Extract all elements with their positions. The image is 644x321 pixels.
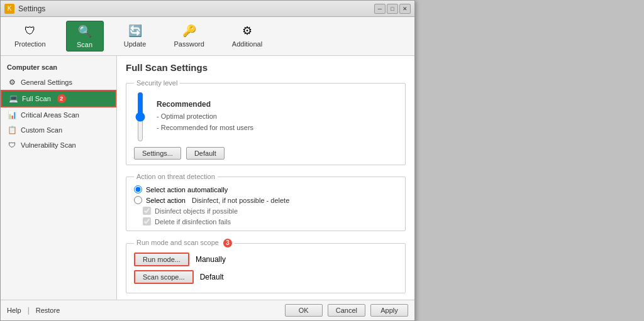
toolbar-additional-label: Additional (232, 40, 262, 48)
ok-button[interactable]: OK (285, 304, 323, 317)
additional-icon: ⚙ (238, 23, 256, 38)
toolbar-scan[interactable]: 🔍 Scan (66, 21, 104, 52)
action-auto-radio[interactable] (134, 185, 142, 193)
sidebar-item-custom[interactable]: 📋 Custom Scan (1, 122, 116, 138)
update-icon: 🔄 (126, 23, 144, 38)
disinfect-checkbox[interactable] (143, 207, 151, 215)
action-section: Action on threat detection Select action… (126, 173, 406, 231)
general-icon: ⚙ (7, 77, 17, 87)
scan-icon: 🔍 (76, 24, 94, 39)
toolbar-password-label: Password (174, 40, 204, 48)
sidebar-custom-label: Custom Scan (21, 126, 62, 134)
security-legend: Security level (134, 79, 180, 87)
run-mode-row: Run mode... Manually (134, 253, 397, 266)
badge-3: 3 (223, 239, 232, 248)
bottom-bar: Help | Restore OK Cancel Apply (1, 300, 414, 320)
action-manual-radio[interactable] (134, 196, 142, 204)
panel-title: Full Scan Settings (126, 62, 406, 73)
delete-checkbox[interactable] (143, 217, 151, 226)
run-mode-section: Run mode and scan scope 3 Run mode... Ma… (126, 239, 406, 293)
separator: | (28, 306, 30, 315)
app-icon: K (4, 4, 14, 14)
custom-icon: 📋 (7, 125, 17, 135)
content-area: Computer scan ⚙ General Settings 💻 Full … (1, 56, 414, 300)
sidebar-item-general[interactable]: ⚙ General Settings (1, 75, 116, 90)
minimize-button[interactable]: ─ (374, 4, 386, 14)
toolbar-protection-label: Protection (14, 40, 46, 48)
toolbar-update[interactable]: 🔄 Update (116, 21, 154, 52)
run-mode-legend: Run mode and scan scope 3 (134, 239, 235, 248)
toolbar-update-label: Update (124, 40, 146, 48)
security-title: Recommended (157, 100, 397, 109)
security-desc2: - Recommended for most users (157, 122, 397, 134)
action-manual-item[interactable]: Select action Disinfect, if not possible… (134, 196, 397, 204)
window-controls: ─ □ ✕ (374, 4, 411, 14)
apply-button[interactable]: Apply (370, 304, 408, 317)
security-buttons: Settings... Default (134, 147, 397, 160)
window-title: Settings (18, 4, 45, 13)
action-manual-label: Select action (146, 197, 186, 204)
sidebar-item-vulnerability[interactable]: 🛡 Vulnerability Scan (1, 138, 116, 153)
maximize-button[interactable]: □ (387, 4, 398, 14)
sidebar-general-label: General Settings (21, 79, 72, 86)
scan-scope-row: Scan scope... Default (134, 270, 397, 284)
bottom-left: Help | Restore (7, 306, 60, 315)
sidebar: Computer scan ⚙ General Settings 💻 Full … (1, 56, 117, 300)
title-bar: K Settings ─ □ ✕ (1, 1, 414, 17)
security-level-content: Recommended - Optimal protection - Recom… (134, 92, 397, 142)
main-panel: Full Scan Settings Security level Recomm… (117, 56, 414, 300)
scan-scope-value: Default (200, 273, 224, 281)
title-bar-left: K Settings (4, 4, 45, 14)
delete-label: Delete if disinfection fails (155, 218, 231, 226)
security-level-section: Security level Recommended - Optimal pro… (126, 79, 406, 165)
run-mode-button[interactable]: Run mode... (134, 253, 189, 266)
sidebar-critical-label: Critical Areas Scan (21, 111, 79, 119)
sidebar-item-fullscan[interactable]: 💻 Full Scan 2 (1, 90, 116, 107)
sidebar-item-critical[interactable]: 📊 Critical Areas Scan (1, 107, 116, 122)
settings-window: K Settings ─ □ ✕ 🛡 Protection 🔍 Scan 🔄 U… (0, 0, 415, 321)
sidebar-section-title: Computer scan (1, 61, 116, 75)
bottom-right: OK Cancel Apply (285, 304, 408, 317)
sidebar-badge-2: 2 (57, 94, 66, 103)
action-auto-label: Select action automatically (146, 186, 228, 193)
fullscan-icon: 💻 (8, 94, 18, 104)
security-info: Recommended - Optimal protection - Recom… (157, 100, 397, 133)
action-auto-item[interactable]: Select action automatically (134, 185, 397, 193)
slider-container (134, 92, 147, 142)
action-radio-group: Select action automatically Select actio… (134, 185, 397, 226)
password-icon: 🔑 (180, 23, 198, 38)
security-slider[interactable] (134, 92, 147, 142)
help-link[interactable]: Help (7, 306, 21, 315)
critical-icon: 📊 (7, 110, 17, 120)
toolbar-password[interactable]: 🔑 Password (167, 21, 212, 52)
action-legend: Action on threat detection (134, 173, 218, 180)
default-button[interactable]: Default (186, 147, 225, 160)
disinfect-label: Disinfect objects if possible (155, 207, 238, 215)
cancel-button[interactable]: Cancel (328, 304, 365, 317)
toolbar-protection[interactable]: 🛡 Protection (7, 21, 53, 52)
toolbar: 🛡 Protection 🔍 Scan 🔄 Update 🔑 Password … (1, 17, 414, 56)
action-manual-value: Disinfect, if not possible - delete (192, 197, 289, 204)
protection-icon: 🛡 (21, 23, 39, 38)
toolbar-scan-label: Scan (77, 41, 92, 48)
restore-link[interactable]: Restore (36, 306, 60, 315)
scan-scope-button[interactable]: Scan scope... (134, 270, 194, 284)
delete-item[interactable]: Delete if disinfection fails (134, 217, 397, 226)
disinfect-item[interactable]: Disinfect objects if possible (134, 207, 397, 215)
toolbar-additional[interactable]: ⚙ Additional (225, 21, 270, 52)
sidebar-vulnerability-label: Vulnerability Scan (21, 141, 76, 149)
settings-button[interactable]: Settings... (134, 147, 181, 160)
sidebar-fullscan-label: Full Scan (22, 95, 51, 102)
close-button[interactable]: ✕ (399, 4, 411, 14)
run-mode-value: Manually (196, 255, 226, 264)
security-desc1: - Optimal protection (157, 111, 397, 122)
vulnerability-icon: 🛡 (7, 140, 17, 150)
